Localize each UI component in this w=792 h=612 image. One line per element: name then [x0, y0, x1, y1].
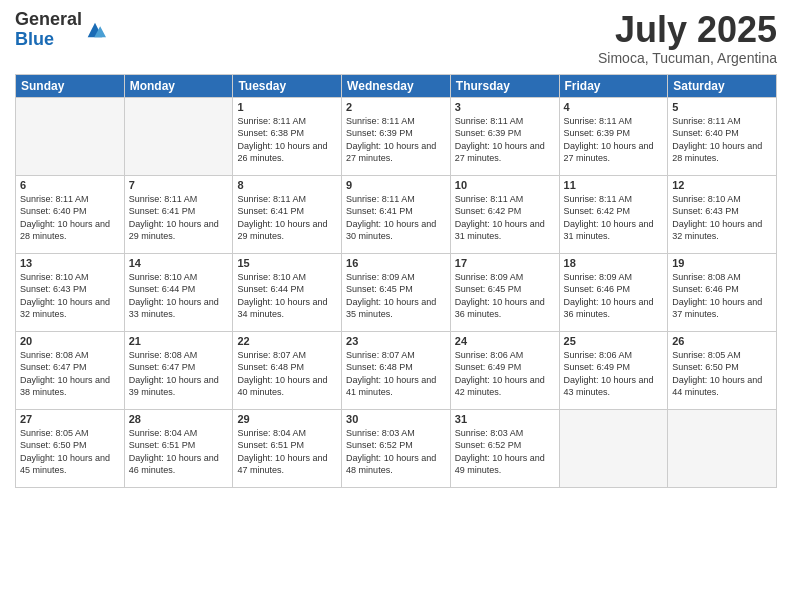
day-info: Sunrise: 8:11 AMSunset: 6:39 PMDaylight:… [346, 115, 446, 165]
calendar-cell: 27Sunrise: 8:05 AMSunset: 6:50 PMDayligh… [16, 409, 125, 487]
calendar-page: General Blue July 2025 Simoca, Tucuman, … [0, 0, 792, 612]
day-info: Sunrise: 8:11 AMSunset: 6:39 PMDaylight:… [455, 115, 555, 165]
calendar-cell: 26Sunrise: 8:05 AMSunset: 6:50 PMDayligh… [668, 331, 777, 409]
day-info: Sunrise: 8:06 AMSunset: 6:49 PMDaylight:… [455, 349, 555, 399]
day-number: 1 [237, 101, 337, 113]
day-info: Sunrise: 8:08 AMSunset: 6:47 PMDaylight:… [20, 349, 120, 399]
day-info: Sunrise: 8:10 AMSunset: 6:44 PMDaylight:… [129, 271, 229, 321]
day-info: Sunrise: 8:05 AMSunset: 6:50 PMDaylight:… [20, 427, 120, 477]
day-info: Sunrise: 8:09 AMSunset: 6:46 PMDaylight:… [564, 271, 664, 321]
day-header-wednesday: Wednesday [342, 74, 451, 97]
day-number: 4 [564, 101, 664, 113]
day-number: 23 [346, 335, 446, 347]
day-info: Sunrise: 8:11 AMSunset: 6:40 PMDaylight:… [672, 115, 772, 165]
day-header-saturday: Saturday [668, 74, 777, 97]
calendar-cell: 12Sunrise: 8:10 AMSunset: 6:43 PMDayligh… [668, 175, 777, 253]
calendar-cell: 13Sunrise: 8:10 AMSunset: 6:43 PMDayligh… [16, 253, 125, 331]
day-number: 19 [672, 257, 772, 269]
day-info: Sunrise: 8:05 AMSunset: 6:50 PMDaylight:… [672, 349, 772, 399]
week-row-2: 6Sunrise: 8:11 AMSunset: 6:40 PMDaylight… [16, 175, 777, 253]
calendar-cell: 17Sunrise: 8:09 AMSunset: 6:45 PMDayligh… [450, 253, 559, 331]
day-info: Sunrise: 8:10 AMSunset: 6:44 PMDaylight:… [237, 271, 337, 321]
calendar-cell: 9Sunrise: 8:11 AMSunset: 6:41 PMDaylight… [342, 175, 451, 253]
calendar-cell: 19Sunrise: 8:08 AMSunset: 6:46 PMDayligh… [668, 253, 777, 331]
day-number: 26 [672, 335, 772, 347]
calendar-cell: 10Sunrise: 8:11 AMSunset: 6:42 PMDayligh… [450, 175, 559, 253]
day-number: 16 [346, 257, 446, 269]
day-number: 25 [564, 335, 664, 347]
logo: General Blue [15, 10, 106, 50]
day-info: Sunrise: 8:11 AMSunset: 6:38 PMDaylight:… [237, 115, 337, 165]
day-number: 2 [346, 101, 446, 113]
day-info: Sunrise: 8:04 AMSunset: 6:51 PMDaylight:… [129, 427, 229, 477]
day-number: 29 [237, 413, 337, 425]
location-subtitle: Simoca, Tucuman, Argentina [598, 50, 777, 66]
calendar-cell: 21Sunrise: 8:08 AMSunset: 6:47 PMDayligh… [124, 331, 233, 409]
day-info: Sunrise: 8:11 AMSunset: 6:41 PMDaylight:… [237, 193, 337, 243]
calendar-cell: 14Sunrise: 8:10 AMSunset: 6:44 PMDayligh… [124, 253, 233, 331]
calendar-cell: 1Sunrise: 8:11 AMSunset: 6:38 PMDaylight… [233, 97, 342, 175]
day-info: Sunrise: 8:11 AMSunset: 6:41 PMDaylight:… [346, 193, 446, 243]
logo-general: General [15, 10, 82, 30]
day-number: 14 [129, 257, 229, 269]
day-number: 21 [129, 335, 229, 347]
day-header-monday: Monday [124, 74, 233, 97]
calendar-cell: 25Sunrise: 8:06 AMSunset: 6:49 PMDayligh… [559, 331, 668, 409]
calendar-table: SundayMondayTuesdayWednesdayThursdayFrid… [15, 74, 777, 488]
calendar-cell: 24Sunrise: 8:06 AMSunset: 6:49 PMDayligh… [450, 331, 559, 409]
week-row-3: 13Sunrise: 8:10 AMSunset: 6:43 PMDayligh… [16, 253, 777, 331]
calendar-cell: 31Sunrise: 8:03 AMSunset: 6:52 PMDayligh… [450, 409, 559, 487]
day-number: 8 [237, 179, 337, 191]
calendar-cell [16, 97, 125, 175]
day-number: 24 [455, 335, 555, 347]
logo-blue: Blue [15, 30, 82, 50]
day-number: 13 [20, 257, 120, 269]
day-info: Sunrise: 8:09 AMSunset: 6:45 PMDaylight:… [455, 271, 555, 321]
calendar-cell: 22Sunrise: 8:07 AMSunset: 6:48 PMDayligh… [233, 331, 342, 409]
calendar-cell [559, 409, 668, 487]
calendar-cell: 18Sunrise: 8:09 AMSunset: 6:46 PMDayligh… [559, 253, 668, 331]
calendar-cell: 11Sunrise: 8:11 AMSunset: 6:42 PMDayligh… [559, 175, 668, 253]
week-row-1: 1Sunrise: 8:11 AMSunset: 6:38 PMDaylight… [16, 97, 777, 175]
day-header-sunday: Sunday [16, 74, 125, 97]
calendar-cell: 7Sunrise: 8:11 AMSunset: 6:41 PMDaylight… [124, 175, 233, 253]
day-info: Sunrise: 8:11 AMSunset: 6:42 PMDaylight:… [455, 193, 555, 243]
day-info: Sunrise: 8:07 AMSunset: 6:48 PMDaylight:… [346, 349, 446, 399]
calendar-cell: 30Sunrise: 8:03 AMSunset: 6:52 PMDayligh… [342, 409, 451, 487]
day-number: 18 [564, 257, 664, 269]
calendar-cell: 5Sunrise: 8:11 AMSunset: 6:40 PMDaylight… [668, 97, 777, 175]
calendar-cell: 2Sunrise: 8:11 AMSunset: 6:39 PMDaylight… [342, 97, 451, 175]
day-info: Sunrise: 8:06 AMSunset: 6:49 PMDaylight:… [564, 349, 664, 399]
day-number: 7 [129, 179, 229, 191]
day-info: Sunrise: 8:11 AMSunset: 6:40 PMDaylight:… [20, 193, 120, 243]
day-number: 22 [237, 335, 337, 347]
header: General Blue July 2025 Simoca, Tucuman, … [15, 10, 777, 66]
day-info: Sunrise: 8:07 AMSunset: 6:48 PMDaylight:… [237, 349, 337, 399]
day-number: 31 [455, 413, 555, 425]
day-number: 5 [672, 101, 772, 113]
calendar-cell: 4Sunrise: 8:11 AMSunset: 6:39 PMDaylight… [559, 97, 668, 175]
day-info: Sunrise: 8:08 AMSunset: 6:47 PMDaylight:… [129, 349, 229, 399]
day-number: 3 [455, 101, 555, 113]
day-number: 28 [129, 413, 229, 425]
day-info: Sunrise: 8:03 AMSunset: 6:52 PMDaylight:… [346, 427, 446, 477]
day-number: 20 [20, 335, 120, 347]
day-info: Sunrise: 8:09 AMSunset: 6:45 PMDaylight:… [346, 271, 446, 321]
calendar-cell: 28Sunrise: 8:04 AMSunset: 6:51 PMDayligh… [124, 409, 233, 487]
month-title: July 2025 [598, 10, 777, 50]
calendar-cell: 8Sunrise: 8:11 AMSunset: 6:41 PMDaylight… [233, 175, 342, 253]
day-number: 15 [237, 257, 337, 269]
day-info: Sunrise: 8:10 AMSunset: 6:43 PMDaylight:… [672, 193, 772, 243]
day-info: Sunrise: 8:04 AMSunset: 6:51 PMDaylight:… [237, 427, 337, 477]
calendar-cell: 29Sunrise: 8:04 AMSunset: 6:51 PMDayligh… [233, 409, 342, 487]
day-number: 17 [455, 257, 555, 269]
calendar-cell: 15Sunrise: 8:10 AMSunset: 6:44 PMDayligh… [233, 253, 342, 331]
title-section: July 2025 Simoca, Tucuman, Argentina [598, 10, 777, 66]
day-info: Sunrise: 8:11 AMSunset: 6:41 PMDaylight:… [129, 193, 229, 243]
calendar-cell: 3Sunrise: 8:11 AMSunset: 6:39 PMDaylight… [450, 97, 559, 175]
days-header-row: SundayMondayTuesdayWednesdayThursdayFrid… [16, 74, 777, 97]
day-number: 11 [564, 179, 664, 191]
logo-icon [84, 19, 106, 41]
day-info: Sunrise: 8:08 AMSunset: 6:46 PMDaylight:… [672, 271, 772, 321]
day-header-thursday: Thursday [450, 74, 559, 97]
